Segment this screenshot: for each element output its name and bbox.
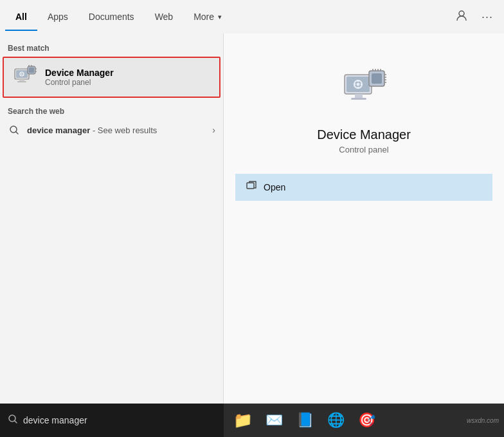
- search-panel: All Apps Documents Web More ▾ ···: [0, 0, 504, 437]
- tab-more-label: More: [194, 12, 214, 22]
- taskbar-app-file-explorer[interactable]: 📁: [229, 406, 257, 434]
- open-icon: [246, 180, 257, 194]
- mail-icon: ✉️: [266, 412, 283, 429]
- taskbar-search-icon: [8, 414, 18, 427]
- open-label: Open: [264, 182, 285, 192]
- person-icon-btn[interactable]: [450, 5, 473, 28]
- svg-line-14: [16, 132, 19, 135]
- svg-rect-34: [361, 84, 363, 86]
- tab-all[interactable]: All: [5, 3, 37, 31]
- app-subtitle: Control panel: [339, 145, 388, 154]
- web-search-text: device manager - See web results: [27, 126, 212, 135]
- taskbar-apps: 📁 ✉️ 📘 🌐 🎯: [224, 406, 386, 434]
- svg-rect-3: [19, 79, 24, 81]
- svg-rect-31: [357, 80, 359, 82]
- content-area: Best match: [0, 33, 504, 437]
- web-arrow-icon: ›: [212, 125, 215, 135]
- taskbar-corner-text: wsxdn.com: [467, 417, 504, 424]
- tab-bar: All Apps Documents Web More ▾ ···: [0, 0, 504, 33]
- svg-rect-17: [355, 94, 363, 98]
- person-icon: [456, 10, 467, 24]
- svg-point-30: [357, 83, 360, 86]
- tab-icons: ···: [450, 5, 499, 28]
- search-icon: [8, 124, 21, 136]
- web-search-query: device manager: [27, 126, 90, 135]
- chevron-down-icon: ▾: [218, 13, 222, 21]
- best-match-label: Best match: [0, 39, 223, 55]
- best-match-text: Device Manager Control panel: [45, 68, 114, 87]
- app-title: Device Manager: [317, 127, 411, 142]
- tab-documents[interactable]: Documents: [78, 3, 145, 31]
- device-manager-icon-large: [338, 66, 390, 117]
- more-options-btn[interactable]: ···: [476, 5, 499, 28]
- other-app-icon: 🎯: [358, 412, 375, 429]
- tab-apps[interactable]: Apps: [37, 3, 78, 31]
- taskbar-search-box[interactable]: device manager: [0, 404, 224, 437]
- taskbar-app-other[interactable]: 🎯: [352, 406, 381, 434]
- tab-more[interactable]: More ▾: [183, 3, 232, 31]
- ellipsis-icon: ···: [482, 10, 493, 24]
- chrome-icon: 🌐: [327, 412, 345, 429]
- taskbar-app-word[interactable]: 📘: [291, 406, 319, 434]
- open-button[interactable]: Open: [235, 174, 492, 201]
- tab-web[interactable]: Web: [145, 3, 184, 31]
- best-match-title: Device Manager: [45, 68, 114, 78]
- svg-rect-32: [357, 87, 359, 89]
- see-web-label: - See web results: [93, 126, 157, 135]
- svg-rect-20: [372, 73, 382, 84]
- best-match-item[interactable]: Device Manager Control panel: [3, 57, 221, 98]
- word-icon: 📘: [296, 412, 314, 429]
- svg-line-37: [15, 421, 17, 423]
- taskbar: device manager 📁 ✉️ 📘 🌐 🎯 wsxdn.com: [0, 404, 504, 437]
- web-search-label: Search the web: [0, 99, 223, 118]
- taskbar-app-chrome[interactable]: 🌐: [321, 406, 350, 434]
- svg-point-12: [21, 73, 22, 75]
- taskbar-app-mail[interactable]: ✉️: [260, 406, 288, 434]
- svg-rect-4: [17, 81, 26, 82]
- right-panel: Device Manager Control panel Open: [224, 33, 504, 437]
- web-search-item[interactable]: device manager - See web results ›: [0, 118, 223, 142]
- left-panel: Best match: [0, 33, 224, 437]
- svg-rect-35: [247, 183, 254, 189]
- device-manager-icon-small: [12, 64, 37, 90]
- svg-point-0: [459, 11, 464, 16]
- taskbar-search-text: device manager: [23, 415, 87, 425]
- svg-rect-33: [354, 84, 356, 86]
- file-explorer-icon: 📁: [233, 411, 253, 429]
- svg-rect-18: [351, 98, 366, 100]
- best-match-subtitle: Control panel: [45, 78, 114, 87]
- svg-rect-6: [29, 68, 34, 73]
